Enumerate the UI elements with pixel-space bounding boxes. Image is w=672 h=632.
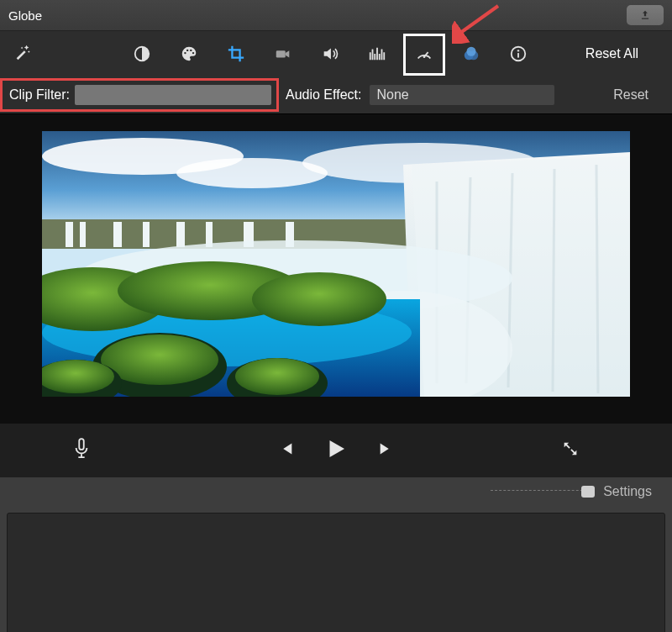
- magic-wand-button[interactable]: [13, 43, 32, 65]
- crop-button[interactable]: [224, 42, 248, 66]
- svg-rect-12: [517, 53, 519, 58]
- timeline-area: [0, 506, 672, 632]
- next-button[interactable]: [377, 440, 396, 461]
- record-voiceover-button[interactable]: [72, 436, 91, 465]
- svg-point-43: [235, 358, 319, 395]
- svg-rect-5: [276, 50, 286, 57]
- preview-image: [42, 131, 630, 397]
- speedometer-icon: [415, 45, 433, 63]
- reset-button[interactable]: Reset: [613, 87, 648, 103]
- play-icon: [323, 436, 349, 461]
- settings-button[interactable]: Settings: [603, 484, 652, 499]
- clip-filter-button[interactable]: [459, 42, 483, 66]
- noise-reduction-button[interactable]: [365, 42, 389, 66]
- skip-back-icon: [276, 440, 295, 458]
- color-balance-button[interactable]: [130, 42, 154, 66]
- palette-icon: [180, 45, 198, 63]
- clip-filter-label: Clip Filter:: [9, 87, 70, 103]
- zoom-slider-thumb[interactable]: [581, 486, 595, 498]
- svg-point-9: [467, 47, 476, 56]
- svg-rect-29: [176, 222, 185, 247]
- clip-filter-well[interactable]: [75, 85, 271, 105]
- project-title: Globe: [8, 8, 627, 23]
- svg-rect-28: [143, 222, 150, 247]
- speaker-icon: [321, 45, 339, 63]
- venn-circles-icon: [462, 45, 480, 63]
- svg-point-1: [184, 52, 186, 54]
- crop-icon: [227, 45, 245, 63]
- svg-rect-26: [80, 222, 86, 247]
- zoom-slider[interactable]: [491, 490, 591, 494]
- svg-point-39: [252, 272, 386, 326]
- transport-buttons: [276, 436, 396, 465]
- svg-rect-27: [113, 222, 122, 247]
- tool-icon-row: [130, 42, 530, 66]
- color-correction-button[interactable]: [177, 42, 201, 66]
- magic-wand-icon: [13, 43, 32, 61]
- clip-filter-group: Clip Filter:: [0, 78, 279, 112]
- svg-line-23: [553, 169, 554, 392]
- svg-rect-25: [66, 222, 73, 247]
- svg-point-2: [186, 50, 188, 51]
- stabilization-button[interactable]: [271, 42, 295, 66]
- share-button[interactable]: [627, 5, 664, 25]
- reset-all-button[interactable]: Reset All: [585, 46, 638, 61]
- timeline-track[interactable]: [7, 513, 665, 632]
- audio-effect-label: Audio Effect:: [286, 87, 361, 103]
- play-button[interactable]: [323, 436, 349, 465]
- svg-point-4: [192, 52, 194, 54]
- title-bar: Globe: [0, 0, 672, 31]
- volume-button[interactable]: [318, 42, 342, 66]
- audio-effect-value: None: [376, 87, 408, 103]
- fullscreen-button[interactable]: [561, 440, 580, 461]
- audio-effect-well[interactable]: None: [370, 85, 554, 105]
- expand-icon: [561, 440, 580, 458]
- equalizer-icon: [368, 45, 386, 63]
- inspector-toolbar: Reset All: [0, 31, 672, 76]
- svg-line-24: [596, 165, 598, 393]
- preview-area: [0, 113, 672, 424]
- filter-audio-bar: Clip Filter: Audio Effect: None Reset: [0, 76, 672, 113]
- svg-rect-46: [79, 439, 84, 450]
- info-button[interactable]: [507, 42, 530, 66]
- video-preview[interactable]: [42, 131, 630, 397]
- half-circle-icon: [133, 45, 151, 63]
- video-camera-icon: [274, 45, 292, 63]
- share-icon: [639, 9, 651, 21]
- transport-bar: [0, 424, 672, 477]
- speed-button[interactable]: [412, 42, 436, 66]
- previous-button[interactable]: [276, 440, 295, 461]
- svg-point-11: [517, 50, 519, 51]
- timeline-header: Settings: [0, 477, 672, 506]
- skip-forward-icon: [377, 440, 396, 458]
- audio-effect-group: Audio Effect: None: [286, 85, 554, 105]
- info-icon: [509, 45, 528, 63]
- microphone-icon: [72, 436, 91, 461]
- svg-point-3: [190, 50, 192, 51]
